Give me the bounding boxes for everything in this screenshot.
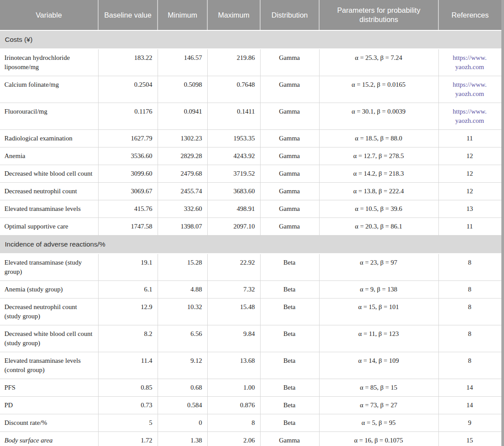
table-row: Radiological examination1627.791302.2319… bbox=[0, 130, 504, 147]
table-row: Fluorouracil/mg0.11760.09410.1411Gammaα … bbox=[0, 103, 504, 130]
table-row: Optimal supportive care1747.581398.07209… bbox=[0, 218, 504, 236]
cell-variable: Irinotecan hydrochloride liposome/mg bbox=[0, 49, 99, 76]
cell-maximum: 15.48 bbox=[208, 299, 261, 325]
cell-parameters: α = 10.5, β = 39.6 bbox=[320, 200, 439, 217]
cell-distribution: Gamma bbox=[261, 103, 320, 129]
cell-parameters: α = 25.3, β = 7.24 bbox=[320, 49, 439, 76]
cell-reference: 11 bbox=[439, 130, 501, 147]
cell-minimum: 2455.74 bbox=[158, 183, 208, 200]
cell-minimum: 1302.23 bbox=[158, 130, 208, 147]
table-header-row: Variable Baseline value Minimum Maximum … bbox=[0, 0, 504, 31]
cell-variable: Elevated transaminase (study group) bbox=[0, 254, 99, 280]
cell-minimum: 0.584 bbox=[158, 397, 208, 414]
cell-parameters: α = 23, β = 97 bbox=[320, 254, 439, 280]
cell-parameters: α = 30.1, β = 0.0039 bbox=[320, 103, 439, 129]
cell-baseline-value: 1627.79 bbox=[99, 130, 158, 147]
cell-distribution: Beta bbox=[261, 299, 320, 325]
cell-distribution: Beta bbox=[261, 414, 320, 431]
cell-baseline-value: 11.4 bbox=[99, 352, 158, 379]
cell-variable: Anemia (study group) bbox=[0, 281, 99, 298]
reference-link[interactable]: https://www.yaozh.com bbox=[453, 80, 487, 99]
cell-minimum: 0.68 bbox=[158, 379, 208, 396]
cell-variable: Elevated transaminase levels (control gr… bbox=[0, 352, 99, 379]
cell-variable: PD bbox=[0, 397, 99, 414]
cell-baseline-value: 0.85 bbox=[99, 379, 158, 396]
cell-distribution: Gamma bbox=[261, 130, 320, 147]
cell-baseline-value: 5 bbox=[99, 414, 158, 431]
cell-baseline-value: 0.1176 bbox=[99, 103, 158, 129]
cell-baseline-value: 3069.67 bbox=[99, 183, 158, 200]
table-row: Elevated transaminase levels415.76332.60… bbox=[0, 200, 504, 218]
cell-variable: Decreased white blood cell count (study … bbox=[0, 325, 99, 352]
table-row: Discount rate/%508Betaα = 5, β = 959 bbox=[0, 414, 504, 432]
cell-maximum: 219.86 bbox=[208, 49, 261, 76]
cell-maximum: 498.91 bbox=[208, 200, 261, 217]
cell-distribution: Beta bbox=[261, 281, 320, 298]
cell-variable: Radiological examination bbox=[0, 130, 99, 147]
cell-maximum: 9.84 bbox=[208, 325, 261, 352]
cell-distribution: Gamma bbox=[261, 165, 320, 182]
table-right-edge-bar bbox=[501, 0, 504, 446]
table-body: Costs (¥)Irinotecan hydrochloride liposo… bbox=[0, 31, 504, 446]
cell-reference: https://www.yaozh.com bbox=[439, 103, 501, 129]
cell-parameters: α = 14.2, β = 218.3 bbox=[320, 165, 439, 182]
table-row: Elevated transaminase levels (control gr… bbox=[0, 352, 504, 379]
cell-parameters: α = 73, β = 27 bbox=[320, 397, 439, 414]
reference-link[interactable]: https://www.yaozh.com bbox=[453, 107, 487, 125]
table-row: Decreased neutrophil count (study group)… bbox=[0, 299, 504, 325]
cell-maximum: 13.68 bbox=[208, 352, 261, 379]
cell-baseline-value: 183.22 bbox=[99, 49, 158, 76]
cell-distribution: Gamma bbox=[261, 49, 320, 76]
column-header-minimum: Minimum bbox=[158, 0, 208, 30]
cell-parameters: α = 15, β = 101 bbox=[320, 299, 439, 325]
cell-distribution: Beta bbox=[261, 325, 320, 352]
cell-reference: 8 bbox=[439, 352, 501, 379]
cell-parameters: α = 15.2, β = 0.0165 bbox=[320, 76, 439, 103]
cell-parameters: α = 16, β = 0.1075 bbox=[320, 432, 439, 446]
column-header-baseline: Baseline value bbox=[99, 0, 158, 30]
reference-link[interactable]: https://www.yaozh.com bbox=[453, 53, 487, 72]
cell-minimum: 2479.68 bbox=[158, 165, 208, 182]
probability-parameters-table: Variable Baseline value Minimum Maximum … bbox=[0, 0, 504, 446]
table-row: Decreased white blood cell count (study … bbox=[0, 325, 504, 352]
column-header-parameters: Parameters for probability distributions bbox=[320, 0, 439, 30]
table-row: PD0.730.5840.876Betaα = 73, β = 2714 bbox=[0, 397, 504, 414]
table-row: Anemia (study group)6.14.887.32Betaα = 9… bbox=[0, 281, 504, 299]
cell-variable: Decreased white blood cell count bbox=[0, 165, 99, 182]
cell-reference: 13 bbox=[439, 200, 501, 217]
cell-distribution: Gamma bbox=[261, 183, 320, 200]
cell-distribution: Beta bbox=[261, 379, 320, 396]
cell-maximum: 1.00 bbox=[208, 379, 261, 396]
cell-maximum: 8 bbox=[208, 414, 261, 431]
cell-baseline-value: 8.2 bbox=[99, 325, 158, 352]
column-header-references: References bbox=[439, 0, 501, 30]
cell-variable: Optimal supportive care bbox=[0, 218, 99, 235]
cell-distribution: Gamma bbox=[261, 218, 320, 235]
cell-variable: Elevated transaminase levels bbox=[0, 200, 99, 217]
cell-minimum: 0.0941 bbox=[158, 103, 208, 129]
cell-maximum: 2.06 bbox=[208, 432, 261, 446]
cell-minimum: 10.32 bbox=[158, 299, 208, 325]
cell-reference: 8 bbox=[439, 299, 501, 325]
column-header-variable: Variable bbox=[0, 0, 99, 30]
cell-reference: 14 bbox=[439, 397, 501, 414]
cell-reference: 12 bbox=[439, 147, 501, 165]
cell-variable: PFS bbox=[0, 379, 99, 396]
cell-reference: 14 bbox=[439, 379, 501, 396]
cell-reference: 12 bbox=[439, 165, 501, 182]
cell-variable: Fluorouracil/mg bbox=[0, 103, 99, 129]
column-header-distribution: Distribution bbox=[261, 0, 320, 30]
cell-maximum: 3719.52 bbox=[208, 165, 261, 182]
cell-reference: 9 bbox=[439, 414, 501, 431]
cell-maximum: 3683.60 bbox=[208, 183, 261, 200]
cell-parameters: α = 20.3, β = 86.1 bbox=[320, 218, 439, 235]
cell-baseline-value: 0.73 bbox=[99, 397, 158, 414]
cell-baseline-value: 6.1 bbox=[99, 281, 158, 298]
cell-variable: Decreased neutrophil count bbox=[0, 183, 99, 200]
cell-maximum: 22.92 bbox=[208, 254, 261, 280]
table-row: Calcium folinate/mg0.25040.50980.7648Gam… bbox=[0, 76, 504, 103]
cell-baseline-value: 1747.58 bbox=[99, 218, 158, 235]
cell-reference: 8 bbox=[439, 281, 501, 298]
table-row: PFS0.850.681.00Betaα = 85, β = 1514 bbox=[0, 379, 504, 397]
cell-minimum: 15.28 bbox=[158, 254, 208, 280]
